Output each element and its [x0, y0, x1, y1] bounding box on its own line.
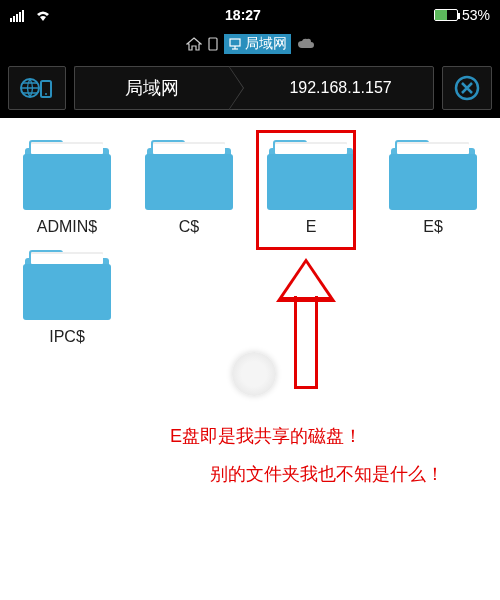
folder-icon: [23, 248, 111, 320]
folder-icon: [23, 138, 111, 210]
breadcrumb: 局域网: [0, 30, 500, 58]
status-bar: 18:27 53%: [0, 0, 500, 30]
folder-label: C$: [179, 218, 199, 236]
device-icon[interactable]: [208, 37, 218, 51]
svg-rect-6: [230, 39, 240, 46]
network-devices-button[interactable]: [8, 66, 66, 110]
home-indicator: [232, 352, 276, 396]
svg-rect-1: [13, 16, 15, 22]
folder-icon: [267, 138, 355, 210]
annotation-text-1: E盘即是我共享的磁盘！: [170, 424, 362, 448]
signal-icon: [10, 8, 28, 22]
svg-rect-2: [16, 14, 18, 22]
battery-icon: [434, 9, 458, 21]
nav-section-button[interactable]: 局域网: [74, 66, 229, 110]
wifi-icon: [34, 8, 52, 22]
breadcrumb-lan-label: 局域网: [245, 35, 287, 53]
cloud-icon[interactable]: [297, 38, 315, 50]
nav-bar: 局域网 192.168.1.157: [0, 58, 500, 118]
nav-address-button[interactable]: 192.168.1.157: [229, 66, 434, 110]
home-icon[interactable]: [186, 37, 202, 51]
breadcrumb-lan[interactable]: 局域网: [224, 34, 291, 54]
folder-label: ADMIN$: [37, 218, 97, 236]
battery-percent: 53%: [462, 7, 490, 23]
annotation-text-2: 别的文件夹我也不知是什么！: [210, 462, 444, 486]
folder-ipc[interactable]: IPC$: [10, 248, 124, 346]
svg-rect-5: [209, 38, 217, 50]
folder-label: E: [306, 218, 317, 236]
folder-e-dollar[interactable]: E$: [376, 138, 490, 236]
svg-rect-0: [10, 18, 12, 22]
folder-c[interactable]: C$: [132, 138, 246, 236]
close-button[interactable]: [442, 66, 492, 110]
folder-icon: [145, 138, 233, 210]
folder-e[interactable]: E: [254, 138, 368, 236]
svg-rect-3: [19, 12, 21, 22]
clock: 18:27: [225, 7, 261, 23]
svg-rect-4: [22, 10, 24, 22]
svg-point-11: [45, 93, 47, 95]
folder-grid: ADMIN$ C$ E E$ IPC$: [0, 118, 500, 366]
folder-label: IPC$: [49, 328, 85, 346]
folder-icon: [389, 138, 477, 210]
folder-admin[interactable]: ADMIN$: [10, 138, 124, 236]
folder-label: E$: [423, 218, 443, 236]
